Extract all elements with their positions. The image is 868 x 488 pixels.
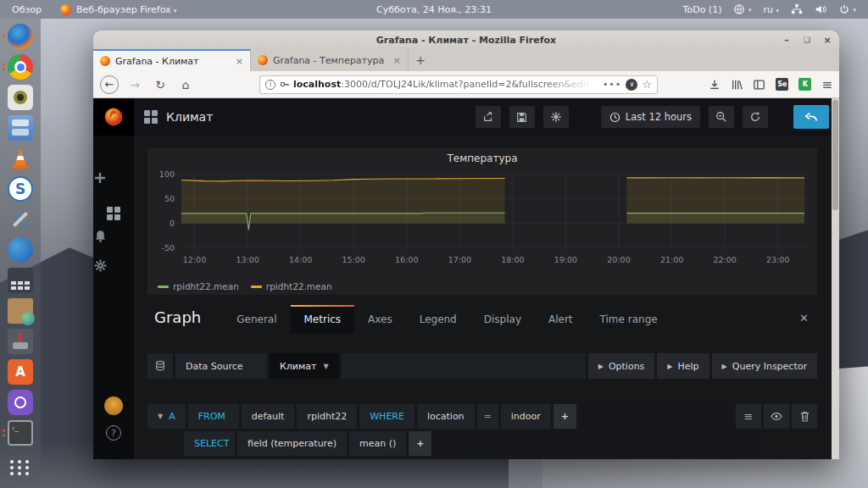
tab-close-icon[interactable]: × — [236, 56, 243, 67]
legend-item[interactable]: rpidht22.mean — [251, 281, 332, 291]
alerting-button[interactable] — [93, 229, 134, 243]
tab-metrics[interactable]: Metrics — [291, 305, 355, 334]
query-inspector-button[interactable]: ▶Query Inspector — [712, 353, 817, 379]
show-applications-button[interactable] — [2, 452, 39, 483]
forward-button[interactable]: → — [125, 78, 144, 92]
select-field[interactable]: field (temperature) — [237, 431, 347, 456]
panel-settings-button[interactable] — [543, 106, 569, 128]
temperature-chart[interactable]: 100500-5012:0013:0014:0015:0016:0017:001… — [151, 169, 814, 277]
scrollbar-thumb[interactable] — [832, 100, 838, 210]
todo-indicator[interactable]: ToDo (1) — [683, 4, 722, 15]
library-icon[interactable] — [731, 79, 743, 91]
dock-joystick[interactable] — [2, 326, 39, 357]
dock-deja-dup[interactable] — [2, 82, 39, 113]
language-indicator[interactable]: ru ▾ — [763, 4, 779, 15]
from-keyword[interactable]: FROM — [188, 404, 239, 429]
activities-button[interactable]: Обзор — [12, 4, 42, 15]
datasource-select[interactable]: Климат▼ — [270, 353, 339, 379]
dashboard-icon[interactable] — [144, 110, 158, 124]
url-bar[interactable]: i localhost:3000/d/TOLJ24Lik/klimat?pane… — [259, 75, 658, 94]
tab-legend[interactable]: Legend — [406, 305, 470, 334]
query-collapse-toggle[interactable]: ▼A — [147, 404, 186, 429]
select-keyword[interactable]: SELECT — [184, 431, 235, 456]
zoom-out-button[interactable] — [709, 106, 734, 128]
help-button[interactable]: ? — [93, 424, 134, 441]
pocket-icon[interactable]: ∨ — [626, 79, 637, 91]
tab-general[interactable]: General — [223, 305, 290, 334]
dock-software-package[interactable] — [2, 296, 39, 326]
reload-button[interactable]: ↻ — [151, 78, 170, 92]
from-policy[interactable]: default — [242, 404, 295, 429]
chevron-down-icon: ▾ — [174, 8, 177, 14]
svg-text:19:00: 19:00 — [554, 255, 577, 264]
from-measurement[interactable]: rpidht22 — [297, 404, 357, 429]
tab-alert[interactable]: Alert — [535, 305, 587, 334]
add-where-button[interactable]: + — [554, 404, 576, 429]
k-extension-icon[interactable]: K — [798, 78, 811, 91]
browser-scrollbar[interactable] — [832, 98, 839, 459]
configuration-button[interactable] — [93, 258, 134, 273]
legend-item[interactable]: rpidht22.mean — [158, 281, 239, 291]
home-button[interactable]: ⌂ — [176, 78, 195, 92]
panel-title[interactable]: Температура — [147, 148, 817, 164]
dock-chrome[interactable] — [2, 52, 39, 82]
tab-display[interactable]: Display — [470, 305, 535, 334]
dock-viber[interactable] — [2, 387, 39, 418]
back-to-dashboard-button[interactable] — [793, 105, 829, 129]
close-editor-icon[interactable]: ✕ — [791, 305, 817, 334]
network-icon[interactable] — [791, 3, 803, 15]
tab-time-range[interactable]: Time range — [587, 305, 671, 334]
dock-firefox[interactable] — [2, 21, 39, 52]
dock-tools[interactable] — [2, 204, 39, 235]
tab-grafana-temperatura[interactable]: Grafana - Температура × — [251, 49, 409, 71]
back-button[interactable]: ← — [100, 75, 119, 94]
tab-axes[interactable]: Axes — [354, 305, 406, 334]
graph-panel[interactable]: Температура 100500-5012:0013:0014:0015:0… — [147, 148, 817, 295]
options-button[interactable]: ▶Options — [588, 353, 655, 379]
download-icon[interactable] — [709, 79, 721, 91]
dashboards-button[interactable] — [93, 200, 134, 220]
save-button[interactable] — [509, 106, 535, 128]
dock-file-manager[interactable] — [2, 113, 39, 143]
screenshot-extension-icon[interactable]: Se — [776, 78, 788, 91]
dock-terminal[interactable]: ›_ — [2, 418, 39, 448]
page-actions-icon[interactable]: ••• — [603, 79, 621, 90]
dock-thunderbird[interactable] — [2, 235, 39, 265]
dock-shutter[interactable]: S — [2, 174, 39, 204]
info-icon[interactable]: i — [265, 80, 275, 90]
where-keyword[interactable]: WHERE — [359, 404, 415, 429]
refresh-button[interactable] — [743, 106, 768, 128]
add-select-button[interactable]: + — [409, 431, 431, 456]
close-button[interactable]: × — [821, 35, 834, 46]
create-button[interactable] — [93, 171, 134, 185]
volume-icon[interactable] — [815, 3, 826, 15]
share-button[interactable] — [476, 106, 501, 128]
where-value[interactable]: indoor — [501, 404, 551, 429]
new-tab-button[interactable]: + — [409, 49, 432, 71]
bookmark-star-icon[interactable]: ☆ — [642, 78, 652, 91]
menu-icon[interactable]: ≡ — [821, 77, 832, 92]
tab-grafana-klimat[interactable]: Grafana - Климат × — [93, 49, 251, 71]
where-field[interactable]: location — [417, 404, 475, 429]
sidebar-icon[interactable] — [753, 79, 765, 91]
select-aggregation[interactable]: mean () — [349, 431, 406, 456]
dock-vlc[interactable] — [2, 143, 39, 174]
time-range-picker[interactable]: Last 12 hours — [601, 106, 700, 128]
grafana-logo[interactable] — [93, 98, 134, 136]
power-menu[interactable]: ▾ — [838, 3, 856, 15]
keyboard-layout-menu[interactable]: ▾ — [733, 3, 751, 15]
help-button-editor[interactable]: ▶Help — [657, 353, 709, 379]
query-delete-button[interactable] — [792, 404, 817, 429]
maximize-button[interactable]: ❏ — [800, 36, 814, 44]
dock-calculator[interactable] — [2, 265, 39, 296]
dashboard-title[interactable]: Климат — [166, 110, 213, 124]
where-operator[interactable]: = — [477, 404, 498, 429]
user-avatar[interactable] — [93, 396, 134, 419]
query-menu-button[interactable]: ≡ — [736, 404, 761, 429]
tab-close-icon[interactable]: × — [393, 55, 401, 66]
minimize-button[interactable]: – — [780, 35, 793, 46]
window-title-bar[interactable]: Grafana - Климат - Mozilla Firefox – ❏ × — [93, 30, 839, 49]
dock-ubuntu-software[interactable]: A — [2, 357, 39, 387]
app-menu[interactable]: Веб-браузер Firefox ▾ — [76, 4, 177, 15]
query-toggle-visibility-button[interactable] — [764, 404, 789, 429]
